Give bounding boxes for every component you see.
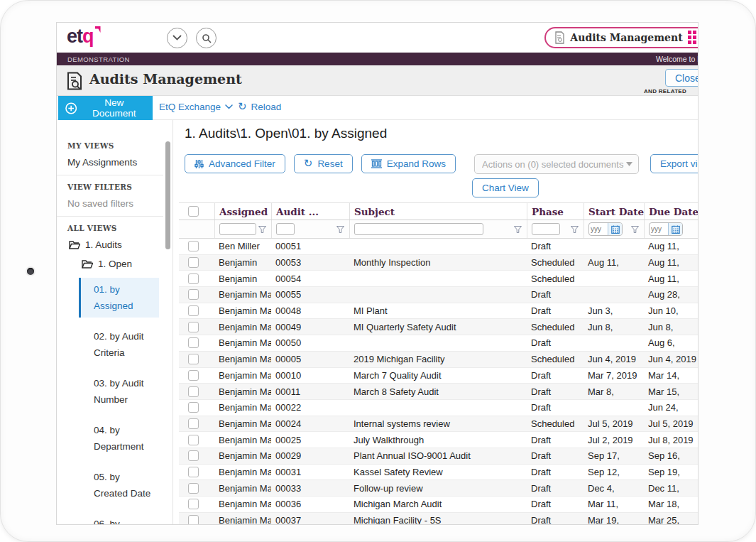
row-checkbox[interactable] [188, 402, 199, 413]
export-view-button[interactable]: Export view [650, 154, 699, 173]
filter-funnel-icon[interactable] [631, 226, 639, 233]
row-checkbox[interactable] [188, 515, 199, 525]
app-screen: etq Audits Management [56, 22, 699, 525]
column-header-due-date[interactable]: Due Date [644, 203, 699, 219]
row-checkbox[interactable] [188, 337, 199, 348]
audits-table: Assigned↑ Audit ... Subject Phase Start … [179, 202, 699, 525]
start-date-cell: Aug 11, [584, 257, 644, 268]
row-checkbox[interactable] [188, 386, 199, 397]
row-checkbox[interactable] [188, 483, 199, 494]
row-checkbox[interactable] [188, 305, 199, 316]
due-date-cell: Jun 4, 2019 [644, 354, 699, 364]
table-row[interactable]: Benjamin Mack 00024 Internal systems rev… [179, 416, 699, 433]
table-row[interactable]: Benjamin Mack 00022 Draft Jun 24, [179, 400, 699, 416]
column-header-subject[interactable]: Subject [349, 203, 527, 219]
start-date-calendar-button[interactable] [608, 222, 622, 236]
row-checkbox[interactable] [188, 322, 199, 332]
logo-text-q: q [82, 26, 94, 47]
table-row[interactable]: Benjamin Mack 00055 Draft Aug 28, [179, 287, 699, 303]
app-switcher-pill[interactable]: Audits Management [544, 27, 699, 48]
reset-icon: ↻ [304, 158, 313, 169]
etq-exchange-menu[interactable]: EtQ Exchange [159, 102, 233, 112]
row-checkbox[interactable] [188, 273, 199, 284]
table-row[interactable]: Benjamin Mack 00005 2019 Michigan Facili… [179, 352, 699, 368]
table-row[interactable]: Benjamin Mack 00048 MI Plant Draft Jun 3… [179, 303, 699, 320]
table-row[interactable]: Benjamin Mack 00036 Michigan March Audit… [179, 497, 699, 513]
column-header-audit[interactable]: Audit ... [271, 203, 349, 219]
sidebar-scrollbar[interactable] [163, 120, 173, 525]
table-row[interactable]: Benjamin 00053 Monthly Inspection Schedu… [179, 255, 699, 271]
subject-cell: MI Plant [349, 305, 527, 316]
phase-filter-input[interactable] [532, 223, 560, 235]
row-checkbox-cell [179, 370, 214, 381]
table-row[interactable]: Ben Miller 00051 Draft Aug 11, [179, 239, 699, 255]
view-list-item[interactable]: 01. by Assigned [79, 278, 159, 318]
view-list-item[interactable]: 04. by Department [81, 418, 159, 458]
table-row[interactable]: Benjamin Mack 00029 Plant Annual ISO-900… [179, 448, 699, 465]
audit-filter-input[interactable] [276, 223, 295, 235]
view-list-item[interactable]: 02. by Audit Criteria [81, 325, 159, 364]
table-row[interactable]: Benjamin Mack 00050 Draft Aug 6, [179, 335, 699, 352]
select-all-checkbox[interactable] [188, 206, 199, 217]
menu-chevron-button[interactable] [167, 28, 187, 48]
scrollbar-thumb[interactable] [165, 141, 170, 249]
folder-audits[interactable]: 1. Audits [69, 239, 163, 250]
column-header-start-date[interactable]: Start Date [584, 203, 644, 219]
table-row[interactable]: Benjamin 00054 Scheduled Aug 11, [179, 271, 699, 287]
table-body: Ben Miller 00051 Draft Aug 11, [179, 239, 699, 525]
phase-cell: Scheduled [527, 354, 584, 364]
table-row[interactable]: Benjamin Mack 00049 MI Quarterly Safety … [179, 319, 699, 335]
column-header-phase[interactable]: Phase [527, 203, 584, 219]
and-related-label: AND RELATED [644, 88, 686, 94]
audit-number-cell: 00053 [271, 257, 349, 268]
table-row[interactable]: Benjamin Mack 00011 March 8 Safety Audit… [179, 384, 699, 400]
close-button[interactable]: Close [665, 69, 699, 87]
audit-number-cell: 00050 [271, 337, 349, 348]
row-checkbox[interactable] [188, 257, 199, 268]
filter-funnel-icon[interactable] [336, 226, 344, 233]
new-document-button[interactable]: New Document [58, 96, 153, 120]
row-checkbox[interactable] [188, 241, 199, 251]
row-checkbox[interactable] [188, 370, 199, 381]
calendar-icon [611, 225, 620, 234]
apps-grid-icon[interactable] [688, 31, 699, 45]
row-checkbox[interactable] [188, 450, 199, 461]
advanced-filter-button[interactable]: Advanced Filter [185, 154, 285, 173]
chart-view-button[interactable]: Chart View [472, 178, 539, 197]
view-list-item[interactable]: 05. by Created Date [81, 465, 159, 505]
table-row[interactable]: Benjamin Mack 00031 Kassel Safety Review… [179, 465, 699, 481]
table-row[interactable]: Benjamin Mack 00037 Michigan Facility - … [179, 513, 699, 525]
demonstration-label: DEMONSTRATION [67, 55, 130, 63]
assigned-filter-input[interactable] [219, 223, 256, 235]
assigned-header-label: Assigned [219, 206, 268, 217]
folder-open[interactable]: 1. Open [82, 259, 163, 269]
row-checkbox[interactable] [188, 354, 199, 364]
due-date-cell: Jun 8, [644, 322, 699, 332]
row-checkbox[interactable] [188, 435, 199, 445]
row-checkbox[interactable] [188, 418, 199, 429]
expand-rows-button[interactable]: Expand Rows [361, 154, 456, 173]
table-row[interactable]: Benjamin Mack 00025 July Walkthrough Dra… [179, 432, 699, 448]
reload-button[interactable]: ↻ Reload [238, 102, 281, 112]
subject-cell: Internal systems review [349, 418, 527, 429]
filter-funnel-icon[interactable] [514, 226, 522, 233]
row-checkbox[interactable] [188, 467, 199, 477]
column-header-assigned[interactable]: Assigned↑ [214, 203, 271, 219]
due-date-calendar-button[interactable] [668, 222, 682, 236]
view-list-item[interactable]: 03. by Audit Number [81, 372, 159, 411]
start-date-cell: Mar 7, 2019 [584, 370, 644, 381]
row-checkbox[interactable] [188, 499, 199, 509]
filter-funnel-icon[interactable] [571, 226, 579, 233]
search-button[interactable] [196, 28, 217, 48]
due-date-filter-input[interactable] [650, 225, 668, 233]
view-list-item[interactable]: 06. by Participant Name [81, 512, 159, 525]
bulk-actions-dropdown[interactable]: Actions on (0) selected documents [474, 154, 639, 174]
sidebar-item-my-assignments[interactable]: My Assignments [67, 157, 163, 168]
reset-button[interactable]: ↻ Reset [294, 154, 353, 173]
table-row[interactable]: Benjamin Mack 00010 March 7 Quality Audi… [179, 368, 699, 384]
row-checkbox[interactable] [188, 289, 199, 300]
table-row[interactable]: Benjamin Mack 00033 Follow-up review Dra… [179, 480, 699, 497]
start-date-filter-input[interactable] [589, 225, 608, 233]
subject-filter-input[interactable] [354, 223, 483, 235]
filter-funnel-icon[interactable] [258, 226, 266, 233]
